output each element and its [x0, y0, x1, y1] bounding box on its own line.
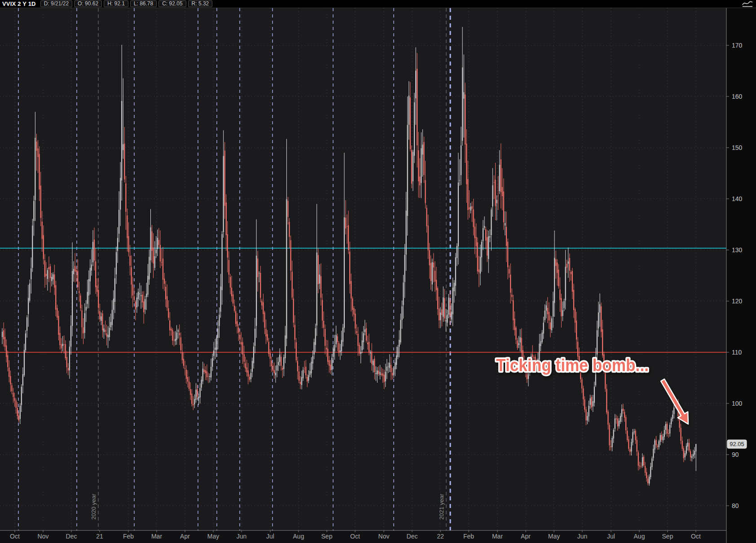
price-axis-panel[interactable] — [726, 8, 756, 543]
time-tick-label: Jul — [607, 533, 615, 540]
time-tick-label: Nov — [38, 533, 49, 540]
ohlc-field-date: D: 9/21/22 — [40, 0, 72, 7]
time-tick-label: Sep — [321, 533, 333, 540]
price-tick-label: 120 — [732, 298, 743, 305]
time-tick-label: Aug — [293, 533, 304, 540]
time-tick-label: Mar — [151, 533, 162, 540]
time-tick-label: Oct — [350, 533, 360, 540]
time-tick-label: 21 — [96, 533, 103, 540]
price-tick-label: 140 — [732, 195, 743, 202]
curve-underline-icon[interactable] — [741, 0, 754, 8]
time-tick-label: Sep — [662, 533, 673, 540]
symbol-readout[interactable]: VVIX 2 Y 1D — [0, 0, 40, 7]
time-axis-panel[interactable] — [0, 530, 726, 543]
price-tick-label: 90 — [732, 451, 739, 458]
time-tick-label: Feb — [123, 533, 134, 540]
last-price-badge: 92.05 — [727, 440, 747, 448]
price-chart[interactable]: 2020 year 2021 year 80901001101201301401… — [0, 0, 756, 543]
price-tick-label: 100 — [732, 400, 743, 407]
plot-background[interactable] — [0, 8, 726, 530]
time-tick-label: Oct — [10, 533, 20, 540]
time-tick-label: Mar — [492, 533, 503, 540]
time-tick-label: Nov — [378, 533, 390, 540]
price-tick-label: 160 — [732, 93, 743, 100]
price-tick-label: 110 — [732, 349, 742, 356]
time-tick-label: May — [548, 533, 560, 540]
time-tick-label: 22 — [437, 533, 444, 540]
time-tick-label: Apr — [521, 533, 531, 540]
ohlc-field-range: R: 5.32 — [188, 0, 213, 7]
time-tick-label: Apr — [180, 533, 190, 540]
time-tick-label: Jun — [577, 533, 588, 540]
time-tick-label: Dec — [66, 533, 77, 540]
price-tick-label: 150 — [732, 144, 743, 151]
time-tick-label: Feb — [463, 533, 474, 540]
price-tick-label: 130 — [732, 246, 743, 254]
time-tick-label: Jun — [237, 533, 247, 540]
ohlc-field-low: L: 86.78 — [130, 0, 157, 7]
chart-window: VVIX 2 Y 1D D: 9/21/22 O: 90.62 H: 92.1 … — [0, 0, 756, 543]
svg-text:92.05: 92.05 — [730, 441, 744, 447]
price-tick-label: 80 — [732, 502, 739, 509]
price-tick-label: 170 — [732, 42, 743, 49]
chart-header: VVIX 2 Y 1D D: 9/21/22 O: 90.62 H: 92.1 … — [0, 0, 756, 8]
year-label-2021: 2021 year — [438, 494, 445, 520]
annotation-text[interactable]: Ticking time bomb... — [496, 356, 649, 375]
ohlc-field-open: O: 90.62 — [74, 0, 102, 7]
time-tick-label: Jul — [266, 533, 274, 540]
ohlc-field-high: H: 92.1 — [104, 0, 128, 7]
ohlc-field-close: C: 92.05 — [158, 0, 186, 7]
time-tick-label: May — [207, 533, 219, 540]
time-tick-label: Aug — [634, 533, 645, 540]
time-tick-label: Dec — [407, 533, 418, 540]
time-tick-label: Oct — [691, 533, 701, 540]
year-label-2020: 2020 year — [90, 494, 97, 520]
